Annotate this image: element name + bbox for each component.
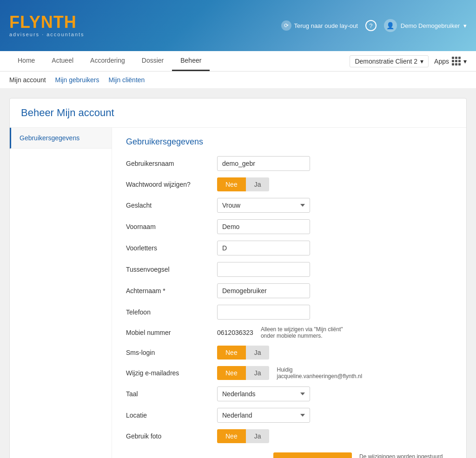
logo: FLYNTH adviseurs · accountants	[9, 14, 85, 37]
main: Beheer Mijn account Gebruikersgegevens G…	[0, 89, 476, 458]
toggle-foto-ja[interactable]: Ja	[246, 429, 270, 443]
label-wachtwoord: Wachtwoord wijzigen?	[126, 181, 210, 188]
label-taal: Taal	[126, 390, 210, 398]
breadcrumb: Mijn account Mijn gebruikers Mijn cliënt…	[0, 72, 476, 89]
toggle-email-nee[interactable]: Nee	[217, 366, 246, 380]
apps-label: Apps	[434, 58, 449, 65]
input-telefoon[interactable]	[217, 305, 310, 320]
select-locatie[interactable]: Nederland België	[217, 408, 310, 423]
back-link[interactable]: ⟳ Terug naar oude lay-out	[281, 20, 358, 31]
form-row-locatie: Locatie Nederland België	[126, 408, 452, 423]
page-title: Beheer Mijn account	[10, 98, 466, 128]
logo-h: H	[64, 13, 77, 32]
form-row-achternaam: Achternaam *	[126, 283, 452, 298]
nav-item-accordering[interactable]: Accordering	[82, 51, 133, 71]
toggle-email-ja[interactable]: Ja	[246, 366, 270, 380]
label-smslogin: Sms-login	[126, 349, 210, 356]
submit-hint: De wijzigingen worden ingestuurd naar uw…	[359, 452, 452, 458]
form-row-mobiel: Mobiel nummer 0612036323 Alleen te wijzi…	[126, 326, 452, 339]
hint-mobiel: Alleen te wijzigen via "Mijn cliënt" ond…	[261, 326, 354, 339]
input-tussenvoegsel[interactable]	[217, 262, 310, 277]
sidebar-item-gebruikersgegevens[interactable]: Gebruikersgegevens	[10, 128, 112, 149]
form-section-title: Gebruikersgegevens	[126, 137, 452, 147]
label-tussenvoegsel: Tussenvoegsel	[126, 266, 210, 273]
toggle-wachtwoord-ja[interactable]: Ja	[246, 177, 270, 191]
label-voornaam: Voornaam	[126, 223, 210, 230]
help-button[interactable]: ?	[365, 20, 377, 31]
header: FLYNTH adviseurs · accountants ⟳ Terug n…	[0, 0, 476, 51]
select-geslacht[interactable]: Man Vrouw Onbekend	[217, 198, 310, 213]
toggle-foto: Nee Ja	[217, 429, 269, 443]
apps-grid-icon	[452, 57, 461, 65]
hint-email: Huidigjacqueline.vanheeringen@flynth.nl	[277, 366, 362, 379]
apps-button[interactable]: Apps ▾	[434, 57, 467, 65]
nav-left: Home Actueel Accordering Dossier Beheer	[9, 51, 210, 71]
label-telefoon: Telefoon	[126, 308, 210, 316]
form-row-smslogin: Sms-login Nee Ja	[126, 346, 452, 360]
form-row-geslacht: Geslacht Man Vrouw Onbekend	[126, 198, 452, 213]
nav-item-actueel[interactable]: Actueel	[43, 51, 82, 71]
form-row-voorletters: Voorletters	[126, 241, 452, 255]
hint-email-label: Huidigjacqueline.vanheeringen@flynth.nl	[277, 366, 362, 379]
nav-item-home[interactable]: Home	[9, 51, 43, 71]
toggle-wachtwoord-nee[interactable]: Nee	[217, 177, 246, 191]
toggle-wachtwoord: Nee Ja	[217, 177, 269, 191]
form-row-gebruikersnaam: Gebruikersnaam	[126, 156, 452, 171]
input-voorletters[interactable]	[217, 241, 310, 255]
label-gebruikersnaam: Gebruikersnaam	[126, 160, 210, 167]
back-link-label: Terug naar oude lay-out	[294, 22, 358, 29]
breadcrumb-mijn-account[interactable]: Mijn account	[9, 76, 46, 84]
input-achternaam[interactable]	[217, 283, 310, 298]
logo-sub: adviseurs · accountants	[9, 32, 85, 37]
client-chevron-icon: ▾	[420, 58, 423, 65]
user-menu[interactable]: 👤 Demo Demogebruiker ▾	[384, 19, 467, 32]
label-achternaam: Achternaam *	[126, 287, 210, 294]
user-name: Demo Demogebruiker	[401, 22, 460, 29]
user-avatar: 👤	[384, 19, 397, 32]
logo-text: FLYNTH	[9, 14, 85, 31]
sidebar: Gebruikersgegevens	[10, 128, 112, 458]
toggle-smslogin-ja[interactable]: Ja	[246, 346, 270, 360]
page-title-text: Beheer Mijn account	[21, 107, 114, 118]
static-mobiel: 0612036323	[217, 329, 253, 336]
toggle-foto-nee[interactable]: Nee	[217, 429, 246, 443]
page-body: Gebruikersgegevens Gebruikersgegevens Ge…	[10, 128, 466, 458]
client-selector[interactable]: Demonstratie Client 2 ▾	[350, 55, 429, 67]
label-mobiel: Mobiel nummer	[126, 329, 210, 336]
nav-item-beheer[interactable]: Beheer	[172, 51, 210, 71]
label-email: Wijzig e-mailadres	[126, 369, 210, 377]
submit-button[interactable]: Wijzigingen insturen	[273, 452, 352, 458]
form-row-email: Wijzig e-mailadres Nee Ja Huidigjacqueli…	[126, 366, 452, 380]
label-geslacht: Geslacht	[126, 202, 210, 209]
form-row-telefoon: Telefoon	[126, 305, 452, 320]
user-chevron-icon: ▾	[463, 22, 467, 29]
page-title-accent: Mijn account	[57, 107, 114, 118]
input-gebruikersnaam[interactable]	[217, 156, 310, 171]
toggle-smslogin: Nee Ja	[217, 346, 269, 360]
input-voornaam[interactable]	[217, 219, 310, 234]
header-right: ⟳ Terug naar oude lay-out ? 👤 Demo Demog…	[281, 19, 467, 32]
form-row-wachtwoord: Wachtwoord wijzigen? Nee Ja	[126, 177, 452, 191]
nav-right: Demonstratie Client 2 ▾ Apps ▾	[350, 55, 467, 67]
logo-accent: FLYNT	[9, 13, 64, 32]
page-title-static: Beheer	[21, 107, 54, 118]
nav-item-dossier[interactable]: Dossier	[133, 51, 172, 71]
client-name: Demonstratie Client 2	[355, 58, 417, 65]
breadcrumb-mijn-clienten[interactable]: Mijn cliënten	[109, 76, 145, 84]
form-row-foto: Gebruik foto Nee Ja	[126, 429, 452, 443]
label-foto: Gebruik foto	[126, 432, 210, 440]
select-taal[interactable]: Nederlands Engels	[217, 386, 310, 401]
apps-chevron-icon: ▾	[463, 58, 467, 65]
toggle-email: Nee Ja	[217, 366, 269, 380]
page-card: Beheer Mijn account Gebruikersgegevens G…	[9, 98, 467, 458]
breadcrumb-mijn-gebruikers[interactable]: Mijn gebruikers	[55, 76, 99, 84]
label-locatie: Locatie	[126, 412, 210, 419]
form-row-voornaam: Voornaam	[126, 219, 452, 234]
navbar: Home Actueel Accordering Dossier Beheer …	[0, 51, 476, 72]
form-row-tussenvoegsel: Tussenvoegsel	[126, 262, 452, 277]
form-area: Gebruikersgegevens Gebruikersnaam Wachtw…	[112, 128, 466, 458]
label-voorletters: Voorletters	[126, 244, 210, 252]
submit-row: Wijzigingen insturen De wijzigingen word…	[126, 452, 452, 458]
toggle-smslogin-nee[interactable]: Nee	[217, 346, 246, 360]
form-row-taal: Taal Nederlands Engels	[126, 386, 452, 401]
